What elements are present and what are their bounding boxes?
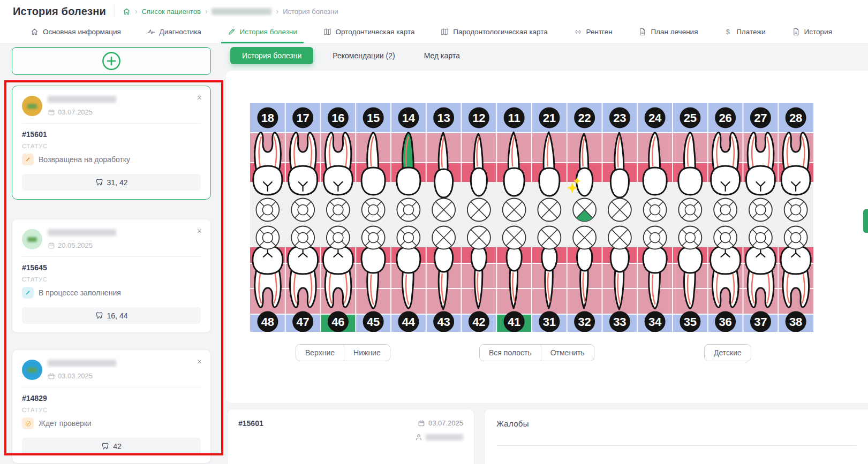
- pulse-icon: [147, 28, 155, 36]
- avatar: [22, 96, 42, 116]
- svg-text:45: 45: [367, 315, 380, 329]
- record-card[interactable]: 03.03.2025#14829СТАТУСЖдет проверки42: [12, 349, 211, 463]
- svg-text:25: 25: [684, 111, 697, 125]
- tooth-icon: [101, 442, 109, 450]
- children-button-group: Детские: [704, 344, 751, 361]
- status-row: В процессе заполнения: [22, 287, 201, 299]
- sub-tab-bar: История болезниРекомендации (2)Мед карта: [230, 47, 470, 64]
- tab-5[interactable]: Пародонтологическая карта: [434, 21, 554, 43]
- avatar: [22, 229, 42, 249]
- calendar-icon: [48, 372, 55, 380]
- subtab-2[interactable]: Рекомендации (2): [323, 47, 404, 64]
- tab-8[interactable]: $Платежи: [718, 21, 772, 43]
- tab-4[interactable]: Ортодонтическая карта: [317, 21, 421, 43]
- tab-2[interactable]: Диагностика: [141, 21, 208, 43]
- tab-label: История: [804, 28, 832, 36]
- calendar-icon: [48, 242, 55, 249]
- subtab-3[interactable]: Мед карта: [414, 47, 470, 64]
- svg-text:43: 43: [437, 315, 450, 329]
- subtab-1[interactable]: История болезни: [230, 47, 313, 64]
- map-icon: [323, 28, 331, 36]
- svg-text:28: 28: [789, 111, 802, 125]
- status-label: СТАТУС: [22, 407, 201, 413]
- svg-text:32: 32: [578, 315, 591, 329]
- svg-text:13: 13: [437, 111, 450, 125]
- breadcrumb-separator: ›: [276, 7, 278, 16]
- status-row: Возвращена на доработку: [22, 154, 201, 165]
- svg-text:21: 21: [543, 111, 556, 125]
- svg-text:36: 36: [719, 315, 731, 329]
- svg-text:48: 48: [261, 315, 274, 329]
- svg-text:34: 34: [648, 315, 662, 329]
- breadcrumb-separator: ›: [205, 7, 208, 16]
- calendar-icon: [418, 420, 425, 427]
- breadcrumb-patient-name-redacted[interactable]: [212, 8, 271, 15]
- status-text: В процессе заполнения: [39, 288, 121, 297]
- teeth-numbers: 31, 42: [107, 178, 128, 187]
- close-icon[interactable]: [196, 227, 203, 237]
- selection-button-group: Вся полостьОтменить: [479, 344, 594, 361]
- svg-text:16: 16: [331, 111, 344, 125]
- children-1-button[interactable]: Детские: [705, 345, 751, 361]
- status-row: Ждет проверки: [22, 417, 201, 429]
- svg-text:12: 12: [472, 111, 485, 125]
- home-icon[interactable]: [123, 7, 131, 16]
- tab-1[interactable]: Основная информация: [24, 21, 127, 43]
- tab-label: Ортодонтическая карта: [336, 28, 415, 36]
- complaints-card: Жалобы: [485, 409, 868, 464]
- teeth-button[interactable]: 16, 44: [22, 307, 201, 324]
- dental-chart[interactable]: 1817161514131211212223242526272848474645…: [250, 103, 813, 332]
- pencil-icon: [22, 287, 34, 299]
- tab-3[interactable]: История болезни: [221, 21, 304, 43]
- svg-text:46: 46: [331, 315, 344, 329]
- svg-text:42: 42: [472, 315, 485, 329]
- record-number: #15645: [22, 263, 201, 272]
- patient-name-redacted: [48, 360, 116, 367]
- svg-text:$: $: [726, 28, 730, 35]
- title-separator: [115, 5, 115, 18]
- records-sidebar: 03.07.2025#15601СТАТУСВозвращена на дора…: [0, 43, 225, 464]
- svg-text:35: 35: [684, 315, 697, 329]
- record-card[interactable]: 20.05.2025#15645СТАТУСВ процессе заполне…: [12, 219, 211, 333]
- svg-text:22: 22: [578, 111, 591, 125]
- side-panel-toggle[interactable]: [863, 209, 868, 233]
- doc-icon: [792, 28, 800, 36]
- arch-2-button[interactable]: Нижние: [344, 345, 390, 361]
- patient-name-redacted: [48, 96, 116, 103]
- tooth-icon: [95, 311, 103, 320]
- tab-6[interactable]: Рентген: [568, 21, 619, 43]
- record-doctor: [415, 433, 463, 441]
- tab-label: История болезни: [240, 28, 297, 36]
- person-icon: [415, 433, 422, 441]
- avatar: [22, 360, 42, 380]
- calendar-icon: [48, 109, 55, 116]
- selection-1-button[interactable]: Вся полость: [480, 345, 541, 361]
- doc-icon: [638, 28, 646, 36]
- tab-label: Платежи: [736, 28, 766, 36]
- svg-text:47: 47: [296, 315, 309, 329]
- tab-label: План лечения: [651, 28, 698, 36]
- close-icon[interactable]: [196, 357, 203, 367]
- tab-7[interactable]: План лечения: [632, 21, 704, 43]
- svg-text:26: 26: [719, 111, 731, 125]
- record-date: 20.05.2025: [48, 241, 116, 249]
- tab-label: Рентген: [586, 28, 613, 36]
- record-card[interactable]: 03.07.2025#15601СТАТУСВозвращена на дора…: [12, 86, 211, 200]
- svg-text:44: 44: [402, 315, 416, 329]
- teeth-button[interactable]: 42: [22, 438, 201, 454]
- svg-text:38: 38: [789, 315, 802, 329]
- teeth-numbers: 42: [113, 442, 122, 451]
- status-text: Возвращена на доработку: [39, 155, 130, 164]
- teeth-button[interactable]: 31, 42: [22, 174, 201, 191]
- divider: [22, 387, 201, 387]
- xray-icon: [574, 28, 582, 36]
- add-record-button[interactable]: [12, 47, 211, 75]
- arch-1-button[interactable]: Верхние: [296, 345, 344, 361]
- status-label: СТАТУС: [22, 143, 201, 149]
- close-icon[interactable]: [196, 94, 203, 103]
- selection-2-button[interactable]: Отменить: [541, 345, 594, 361]
- svg-text:27: 27: [754, 111, 767, 125]
- tab-9[interactable]: История: [786, 21, 839, 43]
- breadcrumb-patients-link[interactable]: Список пациентов: [142, 7, 201, 16]
- divider: [22, 123, 201, 124]
